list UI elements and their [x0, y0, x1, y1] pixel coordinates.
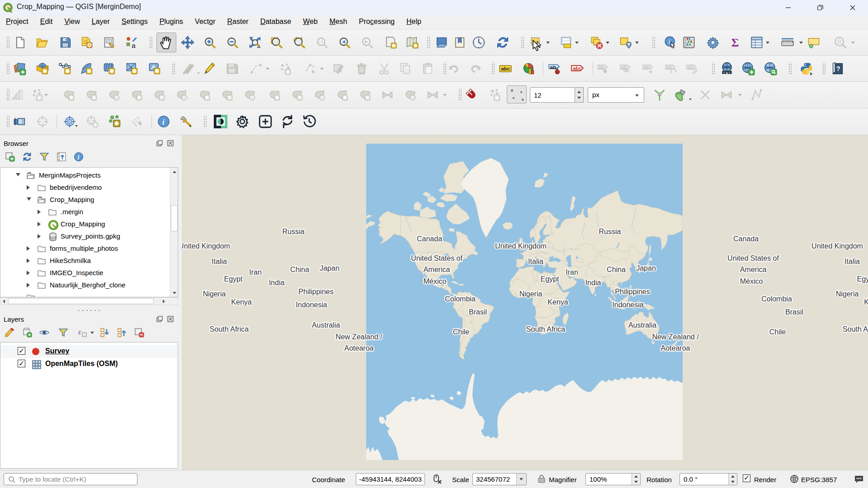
svg-text:ab: ab: [667, 65, 672, 70]
svg-text:ab: ab: [688, 65, 693, 70]
svg-text:ab: ab: [550, 64, 557, 70]
svg-text:1:1: 1:1: [319, 40, 323, 43]
svg-text:i: i: [78, 154, 80, 161]
svg-text:ab: ab: [644, 65, 650, 70]
svg-text:i: i: [669, 38, 670, 45]
svg-text:?: ?: [836, 65, 840, 72]
svg-text:ab: ab: [599, 65, 604, 70]
svg-text:Σ: Σ: [731, 36, 739, 49]
svg-text:abc: abc: [573, 65, 582, 71]
svg-text:i: i: [162, 117, 165, 127]
svg-text:a: a: [132, 42, 136, 49]
svg-text:ab: ab: [622, 65, 627, 70]
svg-text:ε: ε: [78, 328, 81, 336]
svg-text:abc: abc: [501, 66, 510, 71]
